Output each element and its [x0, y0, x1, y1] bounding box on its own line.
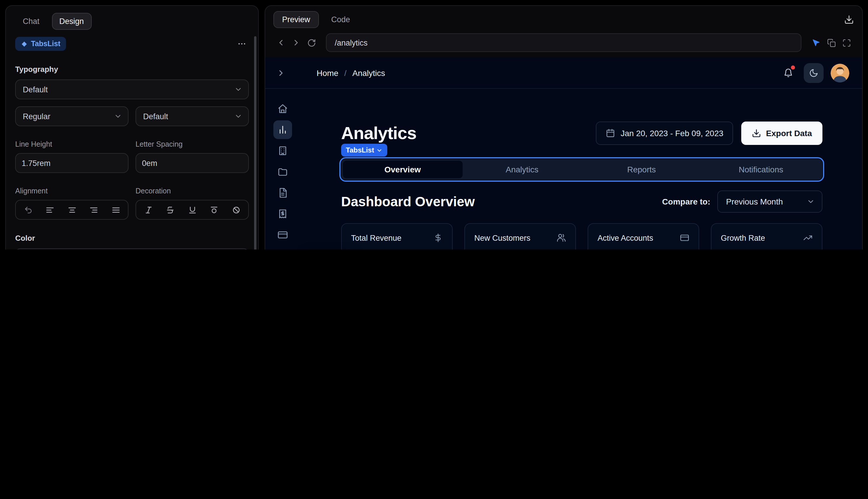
app-sidebar [265, 89, 300, 250]
sidebar-item-organization[interactable] [273, 142, 292, 160]
panel-tabs: Chat Design [15, 13, 249, 30]
stat-card-growth-rate: Growth Rate 18.6% +5.4% from last month … [711, 223, 822, 250]
compare-select[interactable]: Previous Month [717, 191, 822, 213]
tab-analytics[interactable]: Analytics [462, 161, 582, 178]
browser-bar [265, 33, 862, 57]
clear-decoration-button[interactable] [228, 202, 244, 218]
align-justify-icon [111, 205, 120, 214]
alignment-group [15, 200, 128, 220]
url-input[interactable] [326, 33, 802, 52]
export-label: Export Data [766, 129, 812, 138]
chevron-right-icon [276, 68, 286, 77]
letter-spacing-input[interactable]: 0em [136, 153, 249, 173]
notification-dot [791, 65, 795, 69]
strikethrough-button[interactable] [162, 202, 178, 218]
italic-button[interactable] [140, 202, 157, 218]
fullscreen-button[interactable] [839, 35, 854, 50]
align-center-icon [67, 205, 76, 214]
chevron-down-icon [114, 112, 122, 120]
refresh-button[interactable] [304, 35, 319, 50]
sidebar-item-members[interactable] [273, 246, 292, 250]
user-avatar[interactable] [831, 63, 849, 82]
tab-reports[interactable]: Reports [582, 161, 701, 178]
preview-toolbar: Preview Code [265, 6, 862, 33]
overline-icon [210, 205, 219, 214]
download-button[interactable] [844, 14, 854, 24]
stat-label: Growth Rate [721, 233, 765, 242]
font-size-select[interactable]: Default [136, 106, 249, 126]
chevron-left-icon [276, 38, 286, 47]
selected-element-chip[interactable]: TabsList [15, 37, 66, 51]
stat-card-active-accounts: Active Accounts 12,234 +19% from last mo… [587, 223, 699, 250]
date-range-picker[interactable]: Jan 20, 2023 - Feb 09, 2023 [596, 122, 733, 145]
sidebar-item-payments[interactable] [273, 226, 292, 244]
letter-spacing-label: Letter Spacing [136, 140, 249, 148]
tab-preview[interactable]: Preview [273, 11, 319, 28]
trending-up-icon [803, 233, 813, 243]
font-weight-value: Regular [23, 112, 51, 121]
file-text-icon [277, 187, 288, 198]
underline-button[interactable] [184, 202, 200, 218]
tab-design[interactable]: Design [52, 13, 91, 30]
folder-icon [277, 167, 288, 177]
sidebar-item-analytics[interactable] [273, 120, 292, 139]
font-family-select[interactable]: Default [15, 80, 249, 99]
font-weight-select[interactable]: Regular [15, 106, 128, 126]
align-right-icon [89, 205, 98, 214]
align-right-button[interactable] [86, 202, 102, 218]
font-family-value: Default [23, 85, 48, 94]
more-options-button[interactable] [235, 37, 249, 51]
export-data-button[interactable]: Export Data [742, 122, 822, 145]
calendar-icon [605, 129, 615, 138]
tab-notifications[interactable]: Notifications [701, 161, 821, 178]
compare-value: Previous Month [726, 197, 783, 206]
stat-label: Active Accounts [597, 233, 653, 242]
diamond-icon [21, 40, 27, 47]
reset-icon [24, 205, 33, 214]
stat-card-new-customers: New Customers 2,350 +180.1% from last mo… [464, 223, 576, 250]
tab-chat[interactable]: Chat [15, 13, 47, 30]
copy-icon [827, 38, 835, 47]
stat-value: $45,231.89 [351, 248, 443, 250]
tab-code[interactable]: Code [322, 11, 359, 28]
building-icon [277, 146, 288, 156]
app-viewport: Home / Analytics [265, 57, 862, 250]
breadcrumb-separator: / [344, 68, 347, 77]
design-panel: Chat Design TabsList Typography Default … [5, 5, 259, 250]
copy-button[interactable] [823, 35, 839, 50]
receipt-icon [277, 209, 288, 219]
credit-card-icon [277, 230, 288, 240]
sidebar-item-invoices[interactable] [273, 205, 292, 223]
theme-toggle-button[interactable] [804, 63, 823, 83]
tab-overview[interactable]: Overview [343, 161, 462, 178]
sidebar-item-home[interactable] [273, 99, 292, 118]
stat-value: 18.6% [721, 248, 813, 250]
fullscreen-icon [842, 38, 851, 47]
v0-app: Chat Design TabsList Typography Default … [0, 0, 868, 250]
inspect-button[interactable] [808, 35, 823, 50]
chevron-down-icon [807, 197, 815, 206]
breadcrumb-home[interactable]: Home [317, 68, 338, 77]
align-left-button[interactable] [42, 202, 58, 218]
users-icon [557, 233, 566, 243]
selection-badge[interactable]: TabsList [341, 144, 387, 157]
font-size-value: Default [143, 112, 168, 121]
align-justify-button[interactable] [108, 202, 124, 218]
color-select[interactable]: Default [15, 248, 249, 250]
reset-alignment-button[interactable] [20, 202, 36, 218]
notifications-button[interactable] [779, 64, 797, 82]
home-icon [277, 104, 288, 114]
breadcrumb: Home / Analytics [317, 68, 385, 77]
credit-card-icon [680, 233, 689, 243]
align-center-button[interactable] [64, 202, 80, 218]
line-height-input[interactable]: 1.75rem [15, 153, 128, 173]
chevron-down-icon [234, 85, 243, 94]
panel-scrollbar[interactable] [254, 36, 257, 250]
overline-button[interactable] [206, 202, 222, 218]
sidebar-item-documents[interactable] [273, 183, 292, 202]
decoration-label: Decoration [136, 187, 249, 195]
forward-button[interactable] [288, 35, 304, 50]
sidebar-toggle-button[interactable] [273, 65, 288, 80]
back-button[interactable] [273, 35, 288, 50]
sidebar-item-projects[interactable] [273, 162, 292, 181]
